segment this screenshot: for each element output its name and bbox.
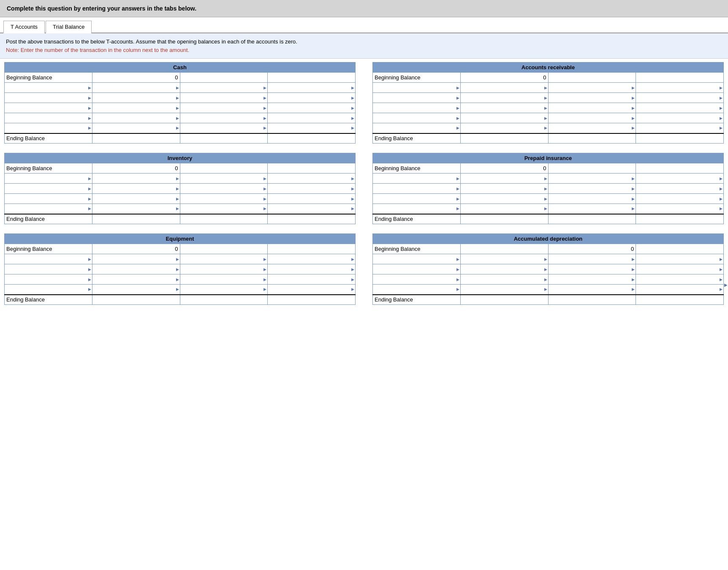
instructions-main: Post the above transactions to the below… [6, 38, 297, 45]
ar-row-4 [373, 113, 724, 123]
cash-r2-cr[interactable] [268, 93, 356, 103]
ar-beginning-label: Beginning Balance [373, 73, 461, 83]
inventory-ending-label: Ending Balance [5, 214, 92, 224]
prepaid-ending-label: Ending Balance [373, 214, 461, 224]
cash-r2-label[interactable] [5, 93, 92, 103]
ar-beginning-amount: 0 [460, 73, 548, 83]
cash-r2-dr[interactable] [180, 93, 268, 103]
spacer-3 [356, 233, 372, 305]
header-text: Complete this question by entering your … [7, 5, 196, 12]
tabs-bar: T Accounts Trial Balance [0, 20, 728, 33]
cash-r3-cr[interactable] [268, 103, 356, 113]
cash-r5-cr[interactable] [268, 123, 356, 133]
instructions-panel: Post the above transactions to the below… [0, 33, 728, 59]
cash-row-3 [5, 103, 356, 113]
inventory-header: Inventory [5, 153, 356, 163]
cash-beginning-amount: 0 [92, 73, 180, 83]
cash-r4-label[interactable] [5, 113, 92, 123]
equipment-row-4 [5, 285, 356, 295]
equipment-row-1 [5, 254, 356, 264]
ar-row-2 [373, 93, 724, 103]
equipment-ending-row: Ending Balance [5, 295, 356, 305]
t-account-inventory: Inventory Beginning Balance 0 [4, 153, 356, 224]
cash-ending-label: Ending Balance [5, 133, 92, 144]
accum-dep-beginning-row: Beginning Balance 0 [373, 244, 724, 254]
cash-beginning-cr-input[interactable] [268, 73, 356, 83]
cash-ending-dr[interactable] [180, 133, 268, 144]
spacer-1 [356, 62, 372, 144]
instructions-note: Note: Enter the number of the transactio… [6, 47, 189, 53]
accum-dep-header: Accumulated depreciation [373, 234, 724, 244]
cash-row-1 [5, 83, 356, 93]
ar-beginning-cr[interactable] [636, 73, 724, 83]
inventory-row-2 [5, 184, 356, 194]
equipment-header: Equipment [5, 234, 356, 244]
prepaid-header: Prepaid insurance [373, 153, 724, 163]
equipment-beginning-label: Beginning Balance [5, 244, 92, 254]
t-account-ar: Accounts receivable Beginning Balance 0 [372, 62, 724, 144]
ar-row-5 [373, 123, 724, 133]
tab-trial-balance[interactable]: Trial Balance [46, 21, 92, 33]
prepaid-beginning-amount: 0 [460, 163, 548, 174]
prepaid-row-1 [373, 174, 724, 184]
accum-dep-row-4 [373, 285, 724, 295]
ar-ending-row: Ending Balance [373, 133, 724, 144]
accum-dep-row-1 [373, 254, 724, 264]
ar-beginning-row: Beginning Balance 0 [373, 73, 724, 83]
cash-r4-dr[interactable] [180, 113, 268, 123]
t-account-cash: Cash Beginning Balance 0 [4, 62, 356, 144]
account-row-2: Inventory Beginning Balance 0 [3, 153, 725, 224]
inventory-row-1 [5, 174, 356, 184]
cash-r1-label[interactable] [5, 83, 92, 93]
cash-r4-cr[interactable] [268, 113, 356, 123]
ar-ending-label: Ending Balance [373, 133, 461, 144]
cash-r5-label[interactable] [5, 123, 92, 133]
cash-row-5 [5, 123, 356, 133]
prepaid-row-2 [373, 184, 724, 194]
header-bar: Complete this question by entering your … [0, 0, 728, 17]
account-row-3: Equipment Beginning Balance 0 [3, 233, 725, 305]
accum-dep-ending-label: Ending Balance [373, 295, 461, 305]
prepaid-row-3 [373, 194, 724, 204]
row-spacer-2 [3, 229, 725, 233]
equipment-row-3 [5, 274, 356, 285]
cash-r2-amount[interactable] [92, 93, 180, 103]
cash-r1-amount[interactable] [92, 83, 180, 93]
prepaid-row-4 [373, 204, 724, 214]
t-account-equipment: Equipment Beginning Balance 0 [4, 233, 356, 305]
inventory-row-3 [5, 194, 356, 204]
accum-dep-beginning-label: Beginning Balance [373, 244, 461, 254]
prepaid-ending-row: Ending Balance [373, 214, 724, 224]
cash-r5-dr[interactable] [180, 123, 268, 133]
cash-r4-amount[interactable] [92, 113, 180, 123]
t-account-prepaid: Prepaid insurance Beginning Balance 0 [372, 153, 724, 224]
inventory-beginning-row: Beginning Balance 0 [5, 163, 356, 174]
row-spacer-1 [3, 149, 725, 153]
cash-ending-amount[interactable] [92, 133, 180, 144]
cash-r5-amount[interactable] [92, 123, 180, 133]
ar-header: Accounts receivable [373, 62, 724, 73]
inventory-row-4 [5, 204, 356, 214]
cash-r1-cr[interactable] [268, 83, 356, 93]
accum-dep-beginning-amount: 0 [548, 244, 636, 254]
cash-row-2 [5, 93, 356, 103]
cash-ending-cr-blank [268, 133, 356, 144]
equipment-ending-label: Ending Balance [5, 295, 92, 305]
tab-t-accounts[interactable]: T Accounts [3, 21, 45, 33]
accum-dep-ending-row: Ending Balance [373, 295, 724, 305]
cash-beginning-label: Beginning Balance [5, 73, 92, 83]
cash-beginning-dr-input[interactable] [180, 73, 268, 83]
cash-header: Cash [5, 62, 356, 73]
equipment-row-2 [5, 264, 356, 274]
accum-dep-row-3 [373, 274, 724, 285]
cash-r3-label[interactable] [5, 103, 92, 113]
ar-row-1 [373, 83, 724, 93]
cash-r1-dr[interactable] [180, 83, 268, 93]
ar-beginning-dr[interactable] [548, 73, 636, 83]
cash-r3-amount[interactable] [92, 103, 180, 113]
cash-r3-dr[interactable] [180, 103, 268, 113]
ar-row-3 [373, 103, 724, 113]
cash-ending-row: Ending Balance [5, 133, 356, 144]
inventory-ending-row: Ending Balance [5, 214, 356, 224]
accounts-container: Cash Beginning Balance 0 [0, 59, 728, 313]
